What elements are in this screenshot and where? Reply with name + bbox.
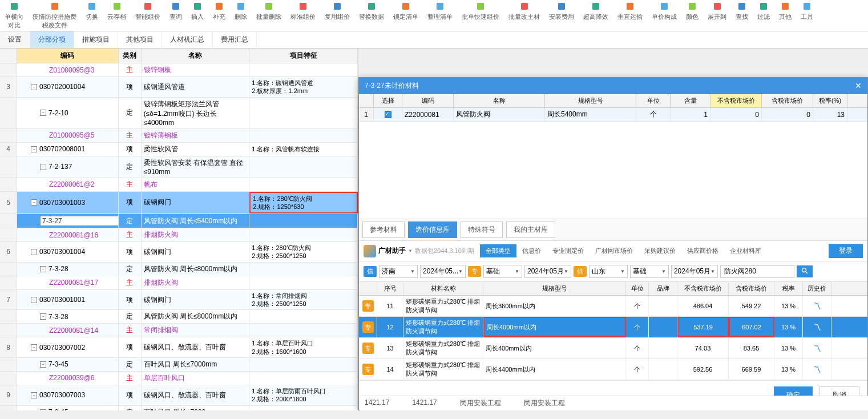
history-icon[interactable]: 〽 [803, 359, 831, 380]
expander-icon[interactable]: - [31, 84, 37, 90]
dh-select[interactable]: 选择 [374, 94, 402, 107]
ribbon-5[interactable]: 查询 [165, 1, 187, 30]
ribbon-17[interactable]: 安装费用 [544, 1, 579, 30]
base2-select[interactable]: 基础▼ [483, 265, 522, 278]
expander-icon[interactable]: - [40, 164, 46, 170]
search-button[interactable] [797, 265, 813, 277]
prov-select[interactable]: 山东▼ [589, 265, 628, 278]
expander-icon[interactable]: - [31, 146, 37, 152]
expander-icon[interactable]: - [40, 361, 46, 368]
table-row[interactable]: ⋯定风管防火阀 周长≤5400mm以内 [0, 214, 358, 228]
dr-tax[interactable]: 13 [813, 108, 847, 121]
table-row[interactable]: -7-2-137定柔性软风管安装 有保温套管 直径≤910mm [0, 156, 358, 178]
table-row[interactable]: 6-030703001004项碳钢阀门1.名称：280℃防火阀 2.规格：250… [0, 242, 358, 263]
date2-select[interactable]: 2024年05月▼ [524, 265, 571, 278]
dh-unit[interactable]: 单位 [636, 94, 671, 107]
ribbon-6[interactable]: 插入 [187, 1, 208, 30]
ph-hist[interactable]: 历史价 [803, 282, 831, 295]
col-feat[interactable]: 项目特征 [249, 49, 358, 63]
close-icon[interactable]: ✕ [855, 81, 862, 91]
ribbon-9[interactable]: 批量删除 [252, 1, 286, 30]
ribbon-24[interactable]: 过滤 [753, 1, 774, 30]
table-row[interactable]: 7-030703001001项碳钢阀门1.名称：常闭排烟阀 2.规格：2500*… [0, 290, 358, 311]
price-row[interactable]: 专13矩形碳钢重力式280℃ 排烟防火调节阀周长400mm以内个74.0383.… [359, 338, 867, 359]
table-row[interactable]: Z22000061@2主帆布 [0, 178, 358, 192]
ribbon-3[interactable]: 云存档 [103, 1, 131, 30]
table-row[interactable]: Z01000095@3主镀锌钢板 [0, 63, 358, 77]
expander-icon[interactable]: - [31, 297, 37, 303]
dr-p2[interactable]: 0 [762, 108, 813, 121]
expander-icon[interactable]: - [31, 344, 37, 350]
price-row[interactable]: 专14矩形碳钢重力式280℃ 排烟防火调节阀周长4400mm以内个592.566… [359, 359, 867, 380]
expander-icon[interactable]: - [40, 110, 46, 116]
price-row[interactable]: 专11矩形碳钢重力式280℃ 排烟防火调节阀周长3600mm以内个486.045… [359, 296, 867, 317]
ribbon-16[interactable]: 批量改主材 [504, 1, 544, 30]
ribbon-18[interactable]: 超高降效 [579, 1, 613, 30]
ribbon-25[interactable]: 其他 [774, 1, 796, 30]
dr-qty[interactable]: 1 [671, 108, 710, 121]
history-icon[interactable]: 〽 [803, 296, 831, 316]
ph-tax[interactable]: 税率 [774, 282, 803, 295]
date3-select[interactable]: 2024年05月▼ [671, 265, 718, 278]
tab-2[interactable]: 其他项目 [118, 31, 162, 48]
helper-tab-1[interactable]: 信息价 [516, 244, 547, 257]
helper-tab-0[interactable]: 全部类型 [480, 244, 516, 257]
dh-p2[interactable]: 含税市场价 [762, 94, 813, 107]
table-row[interactable]: -7-2-10定镀锌薄钢板矩形法兰风管(≤δ=1.2mm咬口) 长边长≤4000… [0, 98, 358, 129]
table-row[interactable]: 5-030703001003项碳钢阀门1.名称：280℃防火阀 2.规格：125… [0, 192, 358, 215]
city-select[interactable]: 济南▼ [379, 265, 418, 278]
ribbon-0[interactable]: 单横向对比 [0, 1, 28, 30]
ribbon-19[interactable]: 垂直运输 [613, 1, 647, 30]
ph-brand[interactable]: 品牌 [649, 282, 677, 295]
col-code[interactable]: 编码 [17, 49, 119, 63]
expander-icon[interactable]: - [40, 409, 46, 410]
subtab-3[interactable]: 我的主材库 [506, 221, 555, 238]
expander-icon[interactable]: - [40, 313, 46, 320]
ribbon-15[interactable]: 批单快速组价 [457, 1, 504, 30]
table-row[interactable]: -7-3-45定百叶风口 周长≤7000mm [0, 406, 358, 410]
base3-select[interactable]: 基础▼ [630, 265, 669, 278]
ph-spec[interactable]: 规格型号 [483, 282, 626, 295]
ph-p2[interactable]: 含税市场价 [729, 282, 774, 295]
ph-unit[interactable]: 单位 [626, 282, 649, 295]
ribbon-22[interactable]: 展开到 [703, 1, 731, 30]
table-row[interactable]: 3-030702001004项碳钢通风管道1.名称：碳钢通风管道 2.板材厚度：… [0, 77, 358, 98]
subtab-1[interactable]: 造价信息库 [408, 221, 457, 238]
tab-3[interactable]: 人材机汇总 [162, 31, 213, 48]
tab-0[interactable]: 分部分项 [30, 31, 74, 48]
ph-p1[interactable]: 不含税市场价 [677, 282, 729, 295]
col-name[interactable]: 名称 [142, 49, 250, 63]
expander-icon[interactable]: - [31, 199, 37, 206]
helper-tab-6[interactable]: 企业材料库 [724, 244, 767, 257]
table-row[interactable]: -7-3-28定风管防火阀 周长≤8000mm以内 [0, 263, 358, 276]
dh-tax[interactable]: 税率(%) [813, 94, 847, 107]
ribbon-12[interactable]: 替换数据 [354, 1, 389, 30]
dr-spec[interactable]: 周长5400mm [545, 108, 636, 121]
dh-name[interactable]: 名称 [454, 94, 545, 107]
setting-label[interactable]: 设置 [0, 31, 30, 48]
ribbon-26[interactable]: 工具 [796, 1, 818, 30]
ribbon-13[interactable]: 锁定清单 [389, 1, 423, 30]
ribbon-1[interactable]: 疫情防控措施费税改文件 [28, 1, 81, 30]
history-icon[interactable]: 〽 [803, 338, 831, 358]
table-row[interactable]: Z22000081@17主排烟防火阀 [0, 276, 358, 290]
dh-p1[interactable]: 不含税市场价 [710, 94, 762, 107]
dr-unit[interactable]: 个 [636, 108, 671, 121]
table-row[interactable]: Z22000081@16主排烟防火阀 [0, 228, 358, 242]
tab-4[interactable]: 费用汇总 [213, 31, 257, 48]
ribbon-10[interactable]: 标准组价 [286, 1, 320, 30]
dh-qty[interactable]: 含量 [671, 94, 710, 107]
search-input[interactable] [720, 265, 794, 278]
dr-check[interactable] [374, 108, 402, 121]
dr-p1[interactable]: 0 [710, 108, 762, 121]
ribbon-7[interactable]: 补充 [208, 1, 230, 30]
ph-name[interactable]: 材料名称 [403, 282, 483, 295]
table-row[interactable]: -7-3-28定风管防火阀 周长≤8000mm以内 [0, 310, 358, 324]
ribbon-8[interactable]: 删除 [230, 1, 252, 30]
table-row[interactable]: 9-030703007003项碳钢风口、散流器、百叶窗1.名称：单层防雨百叶风口… [0, 385, 358, 406]
ribbon-21[interactable]: 颜色 [681, 1, 703, 30]
date1-select[interactable]: 2024年05...▼ [420, 265, 466, 278]
ribbon-14[interactable]: 整理清单 [423, 1, 457, 30]
tab-1[interactable]: 措施项目 [74, 31, 118, 48]
helper-tab-5[interactable]: 供应商价格 [681, 244, 724, 257]
